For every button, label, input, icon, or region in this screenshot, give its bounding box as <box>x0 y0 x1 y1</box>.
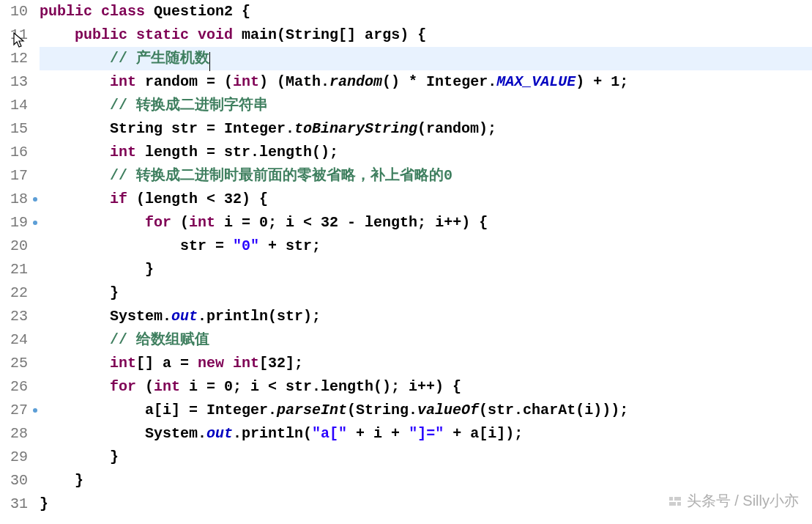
token-smeth: random <box>329 73 382 90</box>
svg-rect-3 <box>677 502 681 506</box>
line-number: 29 <box>0 446 28 469</box>
token-txt: i = 0; i < str.length(); i++) { <box>180 378 461 395</box>
token-txt <box>189 26 198 43</box>
token-txt: (random); <box>417 120 496 137</box>
code-line[interactable]: // 转换成二进制时最前面的零被省略，补上省略的0 <box>40 164 812 188</box>
token-txt: + a[i]); <box>444 425 523 442</box>
token-txt: () * Integer. <box>382 73 496 90</box>
code-line[interactable]: public static void main(String[] args) { <box>40 23 812 47</box>
line-number: 27 <box>0 399 28 422</box>
token-txt: } <box>110 449 119 465</box>
token-cm: // 转换成二进制字符串 <box>110 97 268 114</box>
code-line[interactable]: } <box>40 258 812 281</box>
code-editor: 1011121314151617181920212223242526272829… <box>0 0 812 524</box>
line-number: 11 <box>0 23 28 47</box>
token-str: "0" <box>233 237 259 254</box>
code-area[interactable]: public class Question2 { public static v… <box>40 0 812 524</box>
token-txt: + i + <box>347 425 409 442</box>
code-line[interactable]: } <box>40 446 812 469</box>
code-line[interactable]: int length = str.length(); <box>40 141 812 164</box>
code-line[interactable]: a[i] = Integer.parseInt(String.valueOf(s… <box>40 399 812 422</box>
breakpoint-marker[interactable] <box>33 408 37 413</box>
token-sfield: out <box>171 308 198 325</box>
token-txt: } <box>40 495 48 512</box>
code-line[interactable]: // 给数组赋值 <box>40 328 812 352</box>
line-number: 24 <box>0 328 28 352</box>
line-number: 23 <box>0 305 28 328</box>
token-kw: if <box>110 191 127 207</box>
token-txt: + str; <box>259 237 321 254</box>
token-kw: for <box>145 214 171 231</box>
token-kw: static <box>136 26 189 43</box>
line-number: 30 <box>0 469 28 492</box>
token-txt: main(String[] args) { <box>233 26 426 43</box>
code-line[interactable]: System.out.println("a[" + i + "]=" + a[i… <box>40 422 812 446</box>
line-number: 17 <box>0 164 28 188</box>
token-kw: void <box>198 26 233 43</box>
svg-rect-1 <box>674 497 681 501</box>
code-line[interactable]: int[] a = new int[32]; <box>40 352 812 375</box>
token-kw: class <box>101 3 145 20</box>
token-cm: // 给数组赋值 <box>110 331 209 348</box>
token-kw: int <box>154 378 180 395</box>
code-line[interactable]: // 转换成二进制字符串 <box>40 94 812 117</box>
token-txt <box>127 26 136 43</box>
svg-rect-2 <box>669 502 676 506</box>
code-line[interactable]: // 产生随机数 <box>40 47 812 70</box>
code-line[interactable]: } <box>40 469 812 492</box>
token-txt: ( <box>171 214 189 231</box>
token-txt: [] a = <box>136 355 198 372</box>
token-txt: String str = Integer. <box>110 120 294 137</box>
token-txt: System. <box>110 308 171 325</box>
token-kw: new <box>198 355 224 372</box>
token-txt: a[i] = Integer. <box>145 402 277 418</box>
token-txt: ) (Math. <box>259 73 329 90</box>
code-line[interactable]: str = "0" + str; <box>40 235 812 258</box>
token-smeth: toBinaryString <box>294 120 417 137</box>
code-line[interactable]: for (int i = 0; i < 32 - length; i++) { <box>40 211 812 235</box>
token-txt: } <box>75 472 83 489</box>
token-str: "a[" <box>312 425 347 442</box>
breakpoint-marker[interactable] <box>33 221 37 225</box>
token-cm: // 产生随机数 <box>110 50 209 67</box>
line-number: 21 <box>0 258 28 281</box>
code-line[interactable]: String str = Integer.toBinaryString(rand… <box>40 117 812 141</box>
code-line[interactable]: } <box>40 281 812 305</box>
watermark: 头条号 / Silly小亦 <box>668 491 799 511</box>
token-txt: } <box>110 284 119 301</box>
token-txt: str = <box>180 237 233 254</box>
line-number: 13 <box>0 70 28 94</box>
line-number: 15 <box>0 117 28 141</box>
svg-rect-0 <box>669 497 673 501</box>
token-txt: (length < 32) { <box>127 191 268 207</box>
token-txt: } <box>145 261 154 278</box>
code-line[interactable]: System.out.println(str); <box>40 305 812 328</box>
code-line[interactable]: public class Question2 { <box>40 0 812 23</box>
token-txt: length = str.length(); <box>136 144 338 160</box>
line-number-gutter: 1011121314151617181920212223242526272829… <box>0 0 32 524</box>
token-txt: i = 0; i < 32 - length; i++) { <box>215 214 488 231</box>
code-line[interactable]: for (int i = 0; i < str.length(); i++) { <box>40 375 812 399</box>
watermark-text: 头条号 / Silly小亦 <box>687 491 799 511</box>
token-txt <box>92 3 101 20</box>
token-smeth: valueOf <box>417 402 479 418</box>
token-kw: int <box>189 214 215 231</box>
breakpoint-marker[interactable] <box>33 197 37 202</box>
token-txt: System. <box>145 425 206 442</box>
line-number: 28 <box>0 422 28 446</box>
token-sfield: out <box>206 425 233 442</box>
code-line[interactable]: if (length < 32) { <box>40 188 812 211</box>
token-cm: // 转换成二进制时最前面的零被省略，补上省略的0 <box>110 167 452 184</box>
token-kw: public <box>75 26 127 43</box>
line-number: 16 <box>0 141 28 164</box>
token-kw: for <box>110 378 136 395</box>
token-txt: .println( <box>233 425 312 442</box>
token-sfield: MAX_VALUE <box>496 73 576 90</box>
token-kw: int <box>110 73 136 90</box>
code-line[interactable]: int random = (int) (Math.random() * Inte… <box>40 70 812 94</box>
token-kw: int <box>233 73 259 90</box>
token-smeth: parseInt <box>277 402 347 418</box>
token-txt: ( <box>136 378 154 395</box>
text-cursor <box>209 52 210 71</box>
token-kw: public <box>40 3 92 20</box>
